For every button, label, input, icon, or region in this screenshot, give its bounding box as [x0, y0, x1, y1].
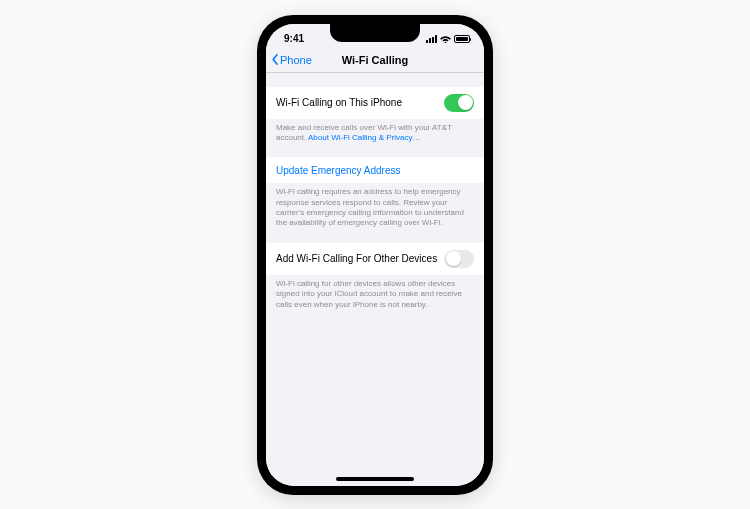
chevron-left-icon [272, 54, 279, 65]
nav-bar: Phone Wi-Fi Calling [266, 50, 484, 73]
other-devices-footer: Wi-Fi calling for other devices allows o… [266, 275, 484, 316]
wifi-calling-label: Wi-Fi Calling on This iPhone [276, 97, 444, 108]
back-label: Phone [280, 54, 312, 66]
other-devices-label: Add Wi-Fi Calling For Other Devices [276, 253, 444, 264]
home-indicator[interactable] [336, 477, 414, 481]
emergency-address-footer: Wi-Fi calling requires an address to hel… [266, 183, 484, 235]
screen: 9:41 Phone Wi-Fi Calling [266, 24, 484, 486]
notch [330, 24, 420, 42]
phone-frame: 9:41 Phone Wi-Fi Calling [257, 15, 493, 495]
wifi-calling-privacy-link[interactable]: About Wi-Fi Calling & Privacy… [308, 133, 420, 142]
battery-icon [454, 35, 470, 43]
wifi-calling-toggle-row[interactable]: Wi-Fi Calling on This iPhone [266, 87, 484, 119]
other-devices-toggle-row[interactable]: Add Wi-Fi Calling For Other Devices [266, 243, 484, 275]
other-devices-toggle[interactable] [444, 250, 474, 268]
wifi-icon [440, 35, 451, 43]
content[interactable]: Wi-Fi Calling on This iPhone Make and re… [266, 73, 484, 486]
wifi-calling-footer: Make and receive calls over Wi-Fi with y… [266, 119, 484, 150]
cellular-signal-icon [426, 35, 437, 43]
wifi-calling-toggle[interactable] [444, 94, 474, 112]
update-emergency-address-button[interactable]: Update Emergency Address [266, 157, 484, 183]
back-button[interactable]: Phone [272, 54, 312, 66]
status-time: 9:41 [284, 33, 304, 44]
status-icons [426, 35, 470, 43]
